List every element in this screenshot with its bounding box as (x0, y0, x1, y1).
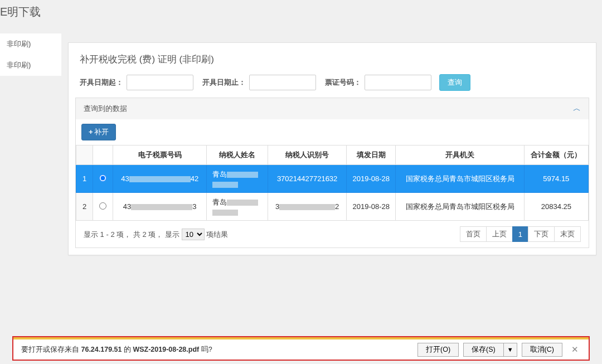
ticket-no-label: 票证号码： (325, 77, 361, 88)
date-to-input[interactable] (249, 75, 316, 90)
page-title: E明下载 (0, 4, 41, 20)
cell-org: 国家税务总局青岛市城阳区税务局 (396, 165, 524, 193)
col-amount: 合计金额（元） (524, 145, 588, 165)
table-row[interactable]: 2 433 青岛 32 2019-08-28 国家税务总局青岛市城阳区税务局 2… (76, 193, 589, 221)
main-panel: 补开税收完税 (费) 证明 (非印刷) 开具日期起： 开具日期止： 票证号码： … (68, 42, 596, 255)
date-from-input[interactable] (127, 75, 193, 90)
add-button-label: 补开 (94, 128, 109, 136)
panel-title: 补开税收完税 (费) 证明 (非印刷) (69, 43, 596, 74)
col-radio (93, 145, 113, 165)
download-bar: 要打开或保存来自 76.24.179.51 的 WSZ-2019-08-28.p… (12, 338, 590, 361)
cell-taxid: 370214427721632 (268, 165, 347, 193)
cancel-button[interactable]: 取消(C) (522, 343, 562, 357)
cell-name: 青岛 (207, 193, 268, 221)
row-index: 2 (76, 193, 93, 221)
data-table: 电子税票号码 纳税人姓名 纳税人识别号 填发日期 开具机关 合计金额（元） 1 … (76, 145, 589, 221)
sidebar-item-1[interactable]: 非印刷) (0, 55, 61, 76)
cell-amount: 5974.15 (524, 165, 588, 193)
col-taxid: 纳税人识别号 (268, 145, 347, 165)
data-header[interactable]: 查询到的数据 ︿ (76, 98, 589, 119)
save-button[interactable]: 保存(S) (463, 343, 504, 357)
row-radio-cell (93, 165, 113, 193)
toolbar: +补开 (76, 119, 589, 145)
date-to-label: 开具日期止： (202, 77, 246, 88)
close-icon[interactable]: ✕ (569, 343, 581, 356)
pager-next[interactable]: 下页 (528, 226, 555, 242)
open-button[interactable]: 打开(O) (417, 343, 459, 357)
date-from-label: 开具日期起： (80, 77, 123, 88)
cell-date: 2019-08-28 (347, 193, 396, 221)
pagination: 显示 1 - 2 项， 共 2 项， 显示 10 项结果 首页 上页 1 下页 … (76, 221, 589, 247)
collapse-icon[interactable]: ︿ (573, 104, 581, 114)
save-dropdown[interactable]: ▼ (504, 343, 517, 357)
row-radio-cell (93, 193, 113, 221)
cell-ticket: 4342 (113, 165, 207, 193)
plus-icon: + (89, 128, 93, 136)
download-prompt: 要打开或保存来自 76.24.179.51 的 WSZ-2019-08-28.p… (21, 345, 212, 355)
search-row: 开具日期起： 开具日期止： 票证号码： 查询 (69, 74, 596, 98)
page-size-select[interactable]: 10 (182, 229, 205, 240)
col-name: 纳税人姓名 (207, 145, 268, 165)
cell-name: 青岛 (207, 165, 268, 193)
cell-date: 2019-08-28 (347, 165, 396, 193)
add-button[interactable]: +补开 (81, 124, 116, 140)
cell-org: 国家税务总局青岛市城阳区税务局 (396, 193, 524, 221)
sidebar-item-0[interactable]: 非印刷) (0, 33, 61, 55)
table-row[interactable]: 1 4342 青岛 370214427721632 2019-08-28 国家税… (76, 165, 589, 193)
pagination-info: 显示 1 - 2 项， 共 2 项， 显示 10 项结果 (84, 229, 228, 240)
pager-last[interactable]: 末页 (554, 226, 581, 242)
pager-first[interactable]: 首页 (460, 226, 487, 242)
ticket-no-input[interactable] (365, 75, 431, 90)
download-buttons: 打开(O) 保存(S) ▼ 取消(C) ✕ (417, 343, 581, 357)
query-button[interactable]: 查询 (439, 74, 470, 91)
col-ticket: 电子税票号码 (113, 145, 207, 165)
col-date: 填发日期 (347, 145, 396, 165)
pager-prev[interactable]: 上页 (486, 226, 513, 242)
row-radio[interactable] (99, 202, 106, 210)
row-radio[interactable] (99, 174, 106, 182)
data-header-title: 查询到的数据 (84, 104, 127, 114)
sidebar: 非印刷) 非印刷) (0, 33, 61, 76)
pager-page-1[interactable]: 1 (512, 226, 528, 242)
col-index (76, 145, 93, 165)
pager: 首页 上页 1 下页 末页 (460, 226, 581, 242)
cell-taxid: 32 (268, 193, 347, 221)
cell-amount: 20834.25 (524, 193, 588, 221)
data-section: 查询到的数据 ︿ +补开 电子税票号码 纳税人姓名 纳税人识别号 填发日期 开具… (75, 98, 589, 248)
cell-ticket: 433 (113, 193, 207, 221)
col-org: 开具机关 (396, 145, 524, 165)
row-index: 1 (76, 165, 93, 193)
